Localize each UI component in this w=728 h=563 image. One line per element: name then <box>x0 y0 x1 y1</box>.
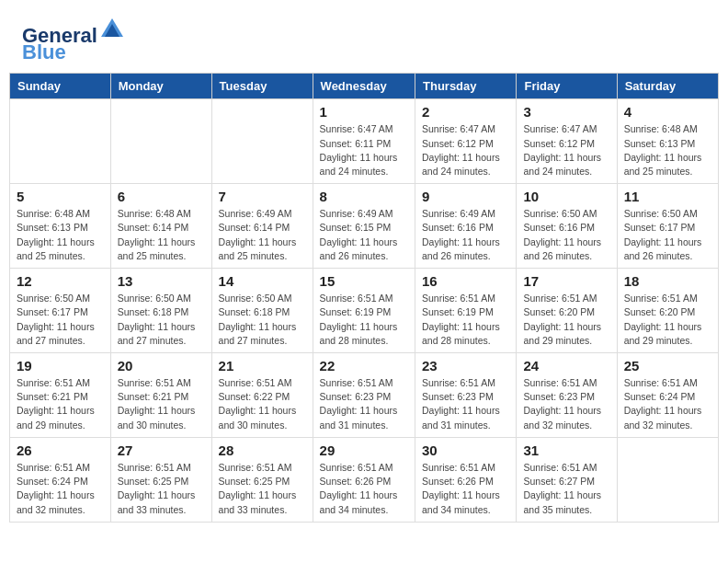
calendar-wrapper: SundayMondayTuesdayWednesdayThursdayFrid… <box>0 73 728 531</box>
day-info: Sunrise: 6:48 AM Sunset: 6:13 PM Dayligh… <box>17 207 104 263</box>
col-header-tuesday: Tuesday <box>211 74 313 99</box>
day-info: Sunrise: 6:51 AM Sunset: 6:27 PM Dayligh… <box>523 461 609 517</box>
day-number: 13 <box>118 273 205 289</box>
header: General Blue <box>0 0 728 73</box>
calendar-cell: 6Sunrise: 6:48 AM Sunset: 6:14 PM Daylig… <box>110 184 211 269</box>
day-number: 4 <box>624 104 711 120</box>
calendar-cell: 9Sunrise: 6:49 AM Sunset: 6:16 PM Daylig… <box>415 184 517 269</box>
calendar-cell: 31Sunrise: 6:51 AM Sunset: 6:27 PM Dayli… <box>517 437 617 522</box>
calendar-week-2: 12Sunrise: 6:50 AM Sunset: 6:17 PM Dayli… <box>10 269 719 353</box>
col-header-saturday: Saturday <box>617 74 718 99</box>
page-container: General Blue SundayMondayTuesdayWednesda… <box>0 0 728 532</box>
day-info: Sunrise: 6:49 AM Sunset: 6:14 PM Dayligh… <box>219 207 306 263</box>
day-info: Sunrise: 6:51 AM Sunset: 6:24 PM Dayligh… <box>17 461 104 517</box>
calendar-cell: 27Sunrise: 6:51 AM Sunset: 6:25 PM Dayli… <box>110 437 211 522</box>
day-number: 30 <box>422 442 509 458</box>
day-info: Sunrise: 6:50 AM Sunset: 6:17 PM Dayligh… <box>17 292 104 348</box>
calendar-week-4: 26Sunrise: 6:51 AM Sunset: 6:24 PM Dayli… <box>10 437 719 522</box>
calendar-cell <box>617 437 718 522</box>
day-info: Sunrise: 6:51 AM Sunset: 6:25 PM Dayligh… <box>118 461 205 517</box>
day-number: 28 <box>219 442 306 458</box>
calendar-cell: 4Sunrise: 6:48 AM Sunset: 6:13 PM Daylig… <box>617 99 718 184</box>
day-number: 19 <box>17 358 104 373</box>
day-info: Sunrise: 6:50 AM Sunset: 6:16 PM Dayligh… <box>523 207 609 263</box>
calendar-cell: 15Sunrise: 6:51 AM Sunset: 6:19 PM Dayli… <box>313 269 415 353</box>
day-number: 9 <box>422 189 509 204</box>
day-number: 23 <box>422 358 509 373</box>
calendar-cell: 14Sunrise: 6:50 AM Sunset: 6:18 PM Dayli… <box>211 269 313 353</box>
calendar-cell: 26Sunrise: 6:51 AM Sunset: 6:24 PM Dayli… <box>10 437 111 522</box>
day-number: 1 <box>320 104 408 120</box>
day-info: Sunrise: 6:47 AM Sunset: 6:11 PM Dayligh… <box>320 122 408 178</box>
calendar-cell <box>110 99 211 184</box>
day-number: 22 <box>320 358 408 373</box>
day-info: Sunrise: 6:47 AM Sunset: 6:12 PM Dayligh… <box>523 122 609 178</box>
calendar-week-3: 19Sunrise: 6:51 AM Sunset: 6:21 PM Dayli… <box>10 353 719 438</box>
day-number: 14 <box>219 273 306 289</box>
day-number: 11 <box>624 189 711 204</box>
calendar-cell: 19Sunrise: 6:51 AM Sunset: 6:21 PM Dayli… <box>10 353 111 438</box>
logo-icon <box>99 17 125 42</box>
calendar-cell: 8Sunrise: 6:49 AM Sunset: 6:15 PM Daylig… <box>313 184 415 269</box>
day-number: 25 <box>624 358 711 373</box>
day-number: 17 <box>523 273 609 289</box>
day-number: 16 <box>422 273 509 289</box>
day-number: 24 <box>523 358 609 373</box>
calendar-cell: 23Sunrise: 6:51 AM Sunset: 6:23 PM Dayli… <box>415 353 517 438</box>
calendar-cell: 16Sunrise: 6:51 AM Sunset: 6:19 PM Dayli… <box>415 269 517 353</box>
calendar-cell: 28Sunrise: 6:51 AM Sunset: 6:25 PM Dayli… <box>211 437 313 522</box>
calendar-cell: 12Sunrise: 6:50 AM Sunset: 6:17 PM Dayli… <box>10 269 111 353</box>
day-number: 5 <box>17 189 104 204</box>
day-info: Sunrise: 6:51 AM Sunset: 6:21 PM Dayligh… <box>17 376 104 432</box>
calendar-cell: 20Sunrise: 6:51 AM Sunset: 6:21 PM Dayli… <box>110 353 211 438</box>
day-info: Sunrise: 6:50 AM Sunset: 6:17 PM Dayligh… <box>624 207 711 263</box>
calendar-cell: 17Sunrise: 6:51 AM Sunset: 6:20 PM Dayli… <box>517 269 617 353</box>
day-info: Sunrise: 6:51 AM Sunset: 6:22 PM Dayligh… <box>219 376 306 432</box>
day-number: 10 <box>523 189 609 204</box>
day-number: 6 <box>118 189 205 204</box>
calendar-cell: 21Sunrise: 6:51 AM Sunset: 6:22 PM Dayli… <box>211 353 313 438</box>
day-info: Sunrise: 6:49 AM Sunset: 6:15 PM Dayligh… <box>320 207 408 263</box>
calendar-cell <box>211 99 313 184</box>
day-info: Sunrise: 6:47 AM Sunset: 6:12 PM Dayligh… <box>422 122 509 178</box>
day-info: Sunrise: 6:49 AM Sunset: 6:16 PM Dayligh… <box>422 207 509 263</box>
day-info: Sunrise: 6:51 AM Sunset: 6:20 PM Dayligh… <box>624 292 711 348</box>
calendar-week-0: 1Sunrise: 6:47 AM Sunset: 6:11 PM Daylig… <box>10 99 719 184</box>
col-header-monday: Monday <box>110 74 211 99</box>
day-number: 8 <box>320 189 408 204</box>
calendar-cell: 13Sunrise: 6:50 AM Sunset: 6:18 PM Dayli… <box>110 269 211 353</box>
day-number: 12 <box>17 273 104 289</box>
logo: General Blue <box>22 17 125 63</box>
col-header-wednesday: Wednesday <box>313 74 415 99</box>
day-info: Sunrise: 6:51 AM Sunset: 6:26 PM Dayligh… <box>422 461 509 517</box>
calendar-cell: 25Sunrise: 6:51 AM Sunset: 6:24 PM Dayli… <box>617 353 718 438</box>
col-header-friday: Friday <box>517 74 617 99</box>
calendar-cell: 30Sunrise: 6:51 AM Sunset: 6:26 PM Dayli… <box>415 437 517 522</box>
col-header-sunday: Sunday <box>10 74 111 99</box>
calendar-cell: 7Sunrise: 6:49 AM Sunset: 6:14 PM Daylig… <box>211 184 313 269</box>
calendar-cell: 18Sunrise: 6:51 AM Sunset: 6:20 PM Dayli… <box>617 269 718 353</box>
day-info: Sunrise: 6:51 AM Sunset: 6:23 PM Dayligh… <box>422 376 509 432</box>
day-info: Sunrise: 6:51 AM Sunset: 6:19 PM Dayligh… <box>320 292 408 348</box>
day-number: 7 <box>219 189 306 204</box>
calendar-cell: 29Sunrise: 6:51 AM Sunset: 6:26 PM Dayli… <box>313 437 415 522</box>
day-info: Sunrise: 6:48 AM Sunset: 6:14 PM Dayligh… <box>118 207 205 263</box>
day-number: 20 <box>118 358 205 373</box>
day-info: Sunrise: 6:51 AM Sunset: 6:23 PM Dayligh… <box>523 376 609 432</box>
day-number: 27 <box>118 442 205 458</box>
day-number: 31 <box>523 442 609 458</box>
calendar-week-1: 5Sunrise: 6:48 AM Sunset: 6:13 PM Daylig… <box>10 184 719 269</box>
day-info: Sunrise: 6:51 AM Sunset: 6:24 PM Dayligh… <box>624 376 711 432</box>
col-header-thursday: Thursday <box>415 74 517 99</box>
calendar-header-row: SundayMondayTuesdayWednesdayThursdayFrid… <box>10 74 719 99</box>
day-info: Sunrise: 6:51 AM Sunset: 6:21 PM Dayligh… <box>118 376 205 432</box>
day-info: Sunrise: 6:51 AM Sunset: 6:25 PM Dayligh… <box>219 461 306 517</box>
day-info: Sunrise: 6:51 AM Sunset: 6:26 PM Dayligh… <box>320 461 408 517</box>
day-info: Sunrise: 6:50 AM Sunset: 6:18 PM Dayligh… <box>219 292 306 348</box>
calendar-cell: 10Sunrise: 6:50 AM Sunset: 6:16 PM Dayli… <box>517 184 617 269</box>
calendar-table: SundayMondayTuesdayWednesdayThursdayFrid… <box>9 73 719 522</box>
calendar-cell: 1Sunrise: 6:47 AM Sunset: 6:11 PM Daylig… <box>313 99 415 184</box>
calendar-cell: 11Sunrise: 6:50 AM Sunset: 6:17 PM Dayli… <box>617 184 718 269</box>
day-number: 26 <box>17 442 104 458</box>
day-number: 2 <box>422 104 509 120</box>
